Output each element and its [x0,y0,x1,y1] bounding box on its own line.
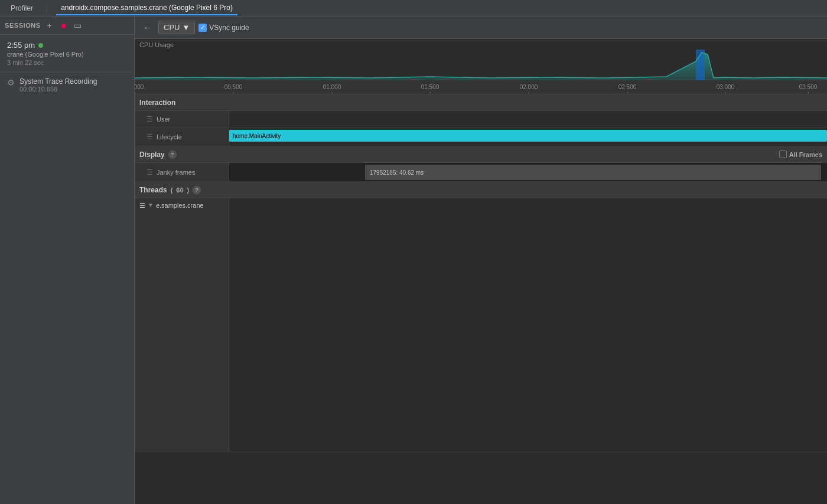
user-content[interactable] [229,111,827,127]
session-app: crane (Google Pixel 6 Pro) [7,51,127,58]
session-info: 2:55 pm crane (Google Pixel 6 Pro) 3 min… [0,35,134,73]
tick-4: 02.000 [520,84,538,90]
main-activity-bar[interactable]: home.MainActivity [229,130,827,142]
cpu-selector[interactable]: CPU ▼ [158,21,195,34]
profiler-tab[interactable]: Profiler [6,2,38,15]
threads-count-num: 60 [176,186,183,194]
toolbar: ← CPU ▼ ✓ VSync guide [135,17,827,39]
main-activity-label: home.MainActivity [233,133,281,139]
record-button[interactable]: ■ [58,20,69,31]
recording-time: 00:00:10.656 [19,86,97,93]
threads-header: Threads ( 60 ) ? [135,182,827,198]
lifecycle-content[interactable]: home.MainActivity [229,127,827,146]
threads-count: ( [171,186,173,194]
tick-3: 01.500 [421,84,439,90]
all-frames-label: All Frames [789,151,822,158]
back-button[interactable]: ← [141,21,155,34]
vsync-toggle[interactable]: ✓ VSync guide [198,24,249,32]
lifecycle-row: ☰ Lifecycle home.MainActivity [135,127,827,146]
gear-icon: ⚙ [7,78,15,87]
tick-2: 01.000 [323,84,341,90]
recording-label: System Trace Recording [19,77,97,86]
stop-button[interactable]: ▭ [73,20,83,31]
interaction-header: Interaction [135,94,827,111]
lifecycle-label-text: Lifecycle [157,133,182,140]
live-indicator [38,43,43,48]
menu-icon-lifecycle: ☰ [146,133,153,141]
janky-bar[interactable]: 17952185: 40.62 ms [365,165,821,180]
content-area: ← CPU ▼ ✓ VSync guide CPU Usage [135,17,827,504]
thread-label: ☰ ▼ e.samples.crane [135,198,229,451]
interaction-label: Interaction [139,99,175,107]
recording-item[interactable]: ⚙ System Trace Recording 00:00:10.656 [0,73,134,97]
display-header: Display ? All Frames [135,146,827,163]
cpu-chart: CPU Usage [135,39,827,80]
cpu-label: CPU [164,23,180,32]
sections-container[interactable]: Interaction ☰ User ☰ Lifecycle home.Mai [135,94,827,504]
session-time: 2:55 pm [7,41,127,50]
expand-arrow[interactable]: ▼ [148,202,154,208]
user-label-text: User [157,116,170,123]
thread-row: ☰ ▼ e.samples.crane Choreographer#doFram… [135,198,827,452]
janky-frames-row: ☰ Janky frames 17952185: 40.62 ms [135,163,827,182]
menu-icon-janky: ☰ [146,168,153,176]
all-frames-checkbox[interactable] [779,150,787,158]
cpu-usage-label: CPU Usage [139,41,174,48]
thread-name: e.samples.crane [156,202,204,209]
tick-0: 00.000 [135,84,144,90]
tick-5: 02.500 [618,84,637,90]
vsync-label-text: VSync guide [209,24,249,32]
janky-frames-text: Janky frames [157,169,195,176]
session-duration: 3 min 22 sec [7,59,127,66]
sessions-header: SESSIONS + ■ ▭ [0,17,134,35]
title-bar: Profiler | androidx.compose.samples.cran… [0,0,827,17]
menu-icon-user: ☰ [146,115,153,123]
all-frames-toggle[interactable]: All Frames [779,150,822,158]
janky-bar-label: 17952185: 40.62 ms [370,169,424,176]
display-help-icon[interactable]: ? [168,150,177,159]
user-label: ☰ User [135,111,229,127]
janky-frames-label: ☰ Janky frames [135,163,229,181]
tick-7: 03.500 [799,84,818,90]
vsync-checkbox[interactable]: ✓ [198,24,207,32]
lifecycle-label: ☰ Lifecycle [135,127,229,146]
sessions-label: SESSIONS [5,22,41,29]
threads-help-icon[interactable]: ? [193,186,201,194]
janky-frames-content[interactable]: 17952185: 40.62 ms [229,163,827,181]
sidebar: SESSIONS + ■ ▭ 2:55 pm crane (Google Pix… [0,17,135,504]
user-row: ☰ User [135,111,827,127]
tick-1: 00.500 [224,84,243,90]
timeline-ruler: 00.000 00.500 01.000 01.500 02.000 02.50… [135,80,827,94]
menu-icon-thread: ☰ [139,202,145,210]
display-label: Display [139,150,165,159]
add-session-button[interactable]: + [44,20,55,31]
app-tab[interactable]: androidx.compose.samples.crane (Google P… [56,1,237,15]
cpu-chart-svg [135,50,827,80]
main-layout: SESSIONS + ■ ▭ 2:55 pm crane (Google Pix… [0,17,827,504]
cpu-dropdown-arrow: ▼ [182,23,190,32]
tick-6: 03.000 [717,84,735,90]
threads-label: Threads [139,186,167,194]
